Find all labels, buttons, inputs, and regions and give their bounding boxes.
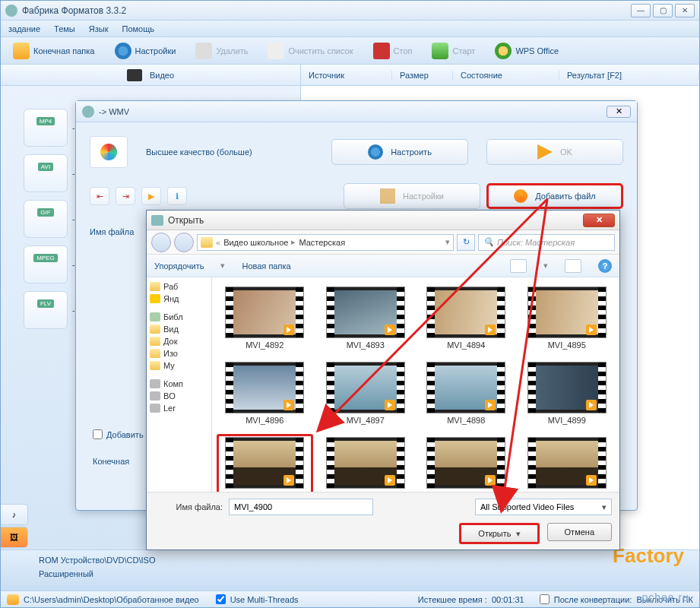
quality-label[interactable]: Высшее качество (больше): [146, 147, 313, 157]
video-category-header[interactable]: Видео: [1, 65, 300, 86]
advanced-label[interactable]: Расширенный: [8, 567, 692, 581]
open-dialog-title: Открыть: [168, 215, 583, 226]
file-item[interactable]: MVI_4893: [318, 283, 414, 353]
maximize-button[interactable]: ▢: [653, 4, 673, 17]
rom-device-label[interactable]: ROM Устройство\DVD\CD\ISO: [8, 553, 692, 567]
open-button[interactable]: Открыть▾: [459, 523, 539, 544]
clear-list-button[interactable]: Очистить список: [261, 40, 359, 62]
wmv-close-button[interactable]: ✕: [607, 106, 631, 118]
breadcrumb[interactable]: « Видео школьное ▸ Мастерская ▾: [197, 234, 454, 251]
file-item[interactable]: MVI_4900: [217, 434, 313, 492]
file-item[interactable]: MVI_4895: [519, 283, 616, 353]
file-item[interactable]: MVI_4899: [519, 359, 616, 428]
nav-back-button[interactable]: [151, 233, 171, 252]
tree-item[interactable]: Ler: [148, 402, 210, 414]
col-size[interactable]: Размер: [392, 71, 453, 80]
col-state[interactable]: Состояние: [453, 71, 559, 80]
settings-label: Настройки: [135, 46, 176, 55]
ok-label: OK: [560, 147, 572, 157]
new-folder-button[interactable]: Новая папка: [242, 261, 290, 271]
minimize-button[interactable]: —: [631, 4, 651, 17]
file-item[interactable]: MVI_4892: [217, 283, 313, 353]
clear-list-label: Очистить список: [288, 46, 353, 55]
menu-help[interactable]: Помощь: [122, 24, 154, 33]
file-item[interactable]: MVI_4902: [418, 434, 515, 492]
tree-item[interactable]: Му: [148, 359, 210, 372]
format-thumb: MPEG: [24, 245, 68, 283]
cancel-button[interactable]: Отмена: [547, 523, 612, 541]
tree-item[interactable]: BO: [148, 390, 210, 402]
multithread-checkbox[interactable]: [216, 594, 226, 604]
clear-icon: [268, 43, 284, 59]
play-overlay-icon: [586, 325, 597, 335]
ok-button[interactable]: OK: [486, 139, 623, 165]
col-result[interactable]: Результат [F2]: [559, 71, 699, 80]
tree-item[interactable]: Янд: [148, 293, 210, 305]
view-mode-button[interactable]: [510, 259, 527, 273]
file-item[interactable]: MVI_4898: [418, 359, 515, 428]
tree-item[interactable]: Док: [148, 335, 210, 347]
add-checkbox[interactable]: [93, 429, 103, 439]
organize-button[interactable]: Упорядочить: [154, 261, 204, 271]
wmv-settings-button[interactable]: Настройки: [344, 183, 480, 209]
breadcrumb-part1[interactable]: Видео школьное: [223, 238, 288, 247]
open-dialog-bottom: Имя файла: MVI_4900 All Supported Video …: [147, 492, 619, 549]
file-item[interactable]: MVI_4897: [318, 359, 414, 428]
open-dialog-close-button[interactable]: ✕: [583, 214, 615, 227]
start-button[interactable]: Старт: [426, 40, 481, 62]
file-item[interactable]: MVI_4903: [519, 434, 616, 492]
dest-folder-label: Конечная: [93, 457, 129, 466]
trim-start-button[interactable]: ⇤: [90, 187, 109, 205]
filter-value: All Supported Video Files: [480, 502, 574, 511]
file-item[interactable]: MVI_4901: [318, 434, 414, 492]
play-overlay-icon: [385, 400, 395, 410]
wmv-title-text: -> WMV: [99, 107, 607, 116]
breadcrumb-part2[interactable]: Мастерская: [299, 238, 345, 247]
col-source[interactable]: Источник: [301, 71, 392, 80]
output-path[interactable]: C:\Users\admin\Desktop\Обработанное виде…: [24, 595, 199, 604]
wmv-dialog-icon: [82, 106, 94, 118]
close-button[interactable]: ✕: [675, 4, 695, 17]
menu-task[interactable]: задание: [8, 24, 40, 33]
add-file-label: Добавить файл: [535, 192, 595, 201]
help-icon[interactable]: ?: [598, 259, 612, 273]
play-overlay-icon: [385, 475, 395, 486]
menu-language[interactable]: Язык: [89, 24, 109, 33]
side-tab-picture[interactable]: 🖼: [1, 527, 28, 548]
dest-folder-button[interactable]: Конечная папка: [7, 40, 101, 62]
delete-button[interactable]: Удалить: [189, 40, 254, 62]
tree-item[interactable]: Вид: [148, 323, 210, 335]
refresh-button[interactable]: ↻: [457, 234, 475, 251]
trim-end-button[interactable]: ⇥: [116, 187, 135, 205]
info-button[interactable]: ℹ: [167, 187, 187, 205]
menu-themes[interactable]: Темы: [54, 24, 75, 33]
app-title: Фабрика Форматов 3.3.2: [22, 5, 631, 16]
side-tab-audio[interactable]: ♪: [1, 504, 28, 525]
wmv-titlebar: -> WMV ✕: [76, 101, 637, 122]
file-label: MVI_4892: [245, 340, 283, 350]
preview-button[interactable]: ▶: [141, 187, 161, 205]
wps-office-button[interactable]: WPS Office: [489, 40, 565, 62]
preview-pane-button[interactable]: [565, 259, 581, 273]
nav-forward-button[interactable]: [174, 233, 194, 252]
add-file-button[interactable]: Добавить файл: [486, 183, 623, 209]
after-conversion-checkbox[interactable]: [540, 594, 550, 604]
settings-button[interactable]: Настройки: [109, 40, 182, 62]
open-dialog-nav: « Видео школьное ▸ Мастерская ▾ ↻ 🔍 Поис…: [147, 230, 619, 255]
stop-button[interactable]: Стоп: [367, 40, 419, 62]
tree-item[interactable]: Комп: [148, 378, 210, 390]
file-item[interactable]: MVI_4896: [217, 359, 313, 428]
tree-item-label: Вид: [163, 325, 179, 334]
tree-item[interactable]: Изо: [148, 347, 210, 359]
wps-icon: [495, 43, 512, 59]
configure-button[interactable]: Настроить: [331, 139, 468, 165]
search-input[interactable]: 🔍 Поиск: Мастерская: [478, 234, 615, 251]
file-label: MVI_4899: [548, 416, 586, 425]
filename-input[interactable]: MVI_4900: [229, 499, 373, 515]
tree-item[interactable]: Библ: [148, 311, 210, 323]
tree-item[interactable]: Раб: [148, 280, 210, 293]
folder-tree[interactable]: РабЯндБиблВидДокИзоМуКомпBOLer: [147, 277, 212, 492]
filetype-select[interactable]: All Supported Video Files: [475, 499, 612, 515]
file-item[interactable]: MVI_4894: [418, 283, 515, 353]
file-list[interactable]: MVI_4892MVI_4893MVI_4894MVI_4895MVI_4896…: [212, 277, 619, 492]
